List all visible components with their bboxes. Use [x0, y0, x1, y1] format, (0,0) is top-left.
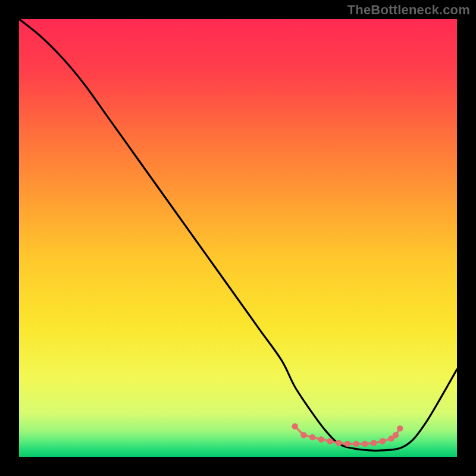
chart-container: TheBottleneck.com	[0, 0, 476, 476]
chart-svg	[19, 19, 457, 457]
watermark-text: TheBottleneck.com	[347, 2, 470, 18]
bottleneck-curve	[19, 19, 457, 450]
plot-area	[19, 19, 457, 457]
